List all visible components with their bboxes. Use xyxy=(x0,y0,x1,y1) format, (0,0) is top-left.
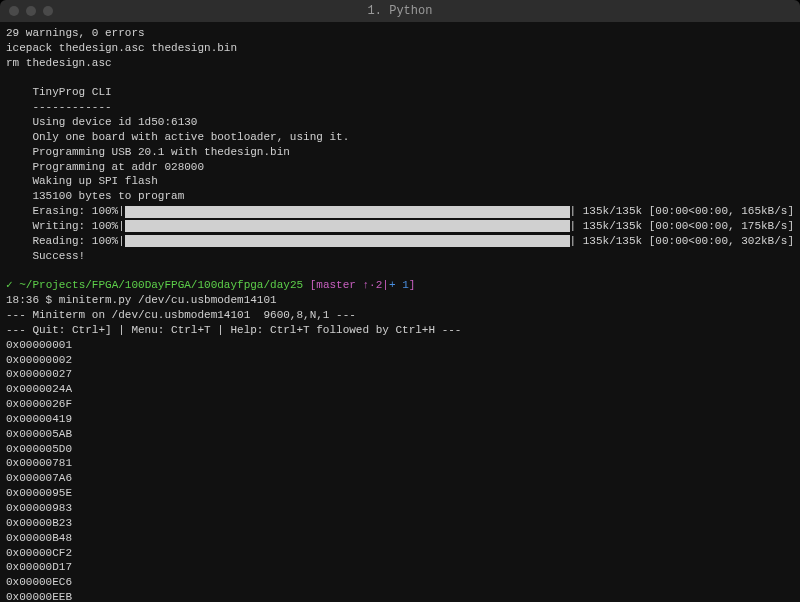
tinyprog-success: Success! xyxy=(6,249,794,264)
output-line: 0x00000419 xyxy=(6,412,794,427)
prompt-dollar: $ xyxy=(46,294,59,306)
titlebar: 1. Python xyxy=(0,0,800,22)
progress-label: Writing: 100%| xyxy=(6,219,125,234)
output-line: 0x00000EEB xyxy=(6,590,794,602)
output-line: 0x0000024A xyxy=(6,382,794,397)
output-line: 0x00000983 xyxy=(6,501,794,516)
progress-label: Reading: 100%| xyxy=(6,234,125,249)
output-line: 0x0000026F xyxy=(6,397,794,412)
progress-reading: Reading: 100%|| 135k/135k [00:00<00:00, … xyxy=(6,234,794,249)
output-line: 0x000005AB xyxy=(6,427,794,442)
git-branch: master xyxy=(316,279,362,291)
terminal-output[interactable]: 29 warnings, 0 errors icepack thedesign.… xyxy=(0,22,800,602)
progress-writing: Writing: 100%|| 135k/135k [00:00<00:00, … xyxy=(6,219,794,234)
progress-bar xyxy=(125,220,570,232)
progress-stats: 135k/135k [00:00<00:00, 165kB/s] xyxy=(576,204,794,219)
output-line: 0x00000002 xyxy=(6,353,794,368)
progress-label: Erasing: 100%| xyxy=(6,204,125,219)
close-window-icon[interactable] xyxy=(9,6,19,16)
prompt-line-2: 18:36 $ miniterm.py /dev/cu.usbmodem1410… xyxy=(6,293,794,308)
output-line: 0x00000001 xyxy=(6,338,794,353)
output-line: 0x00000CF2 xyxy=(6,546,794,561)
blank-line xyxy=(6,71,794,86)
progress-erasing: Erasing: 100%|| 135k/135k [00:00<00:00, … xyxy=(6,204,794,219)
prompt-check-icon: ✓ xyxy=(6,279,19,291)
progress-stats: 135k/135k [00:00<00:00, 302kB/s] xyxy=(576,234,794,249)
output-line: 0x000007A6 xyxy=(6,471,794,486)
prompt-command: miniterm.py /dev/cu.usbmodem14101 xyxy=(59,294,277,306)
tinyprog-device: Using device id 1d50:6130 xyxy=(6,115,794,130)
miniterm-help: --- Quit: Ctrl+] | Menu: Ctrl+T | Help: … xyxy=(6,323,794,338)
prompt-path: ~/Projects/FPGA/100DayFPGA/100dayfpga/da… xyxy=(19,279,309,291)
blank-line xyxy=(6,264,794,279)
output-line: 0x00000B23 xyxy=(6,516,794,531)
output-line: 0x00000781 xyxy=(6,456,794,471)
prompt-line-1: ✓ ~/Projects/FPGA/100DayFPGA/100dayfpga/… xyxy=(6,278,794,293)
progress-bar xyxy=(125,235,570,247)
tinyprog-dashes: ------------ xyxy=(6,100,794,115)
output-line: 0x00000D17 xyxy=(6,560,794,575)
zoom-window-icon[interactable] xyxy=(43,6,53,16)
tinyprog-waking: Waking up SPI flash xyxy=(6,174,794,189)
minimize-window-icon[interactable] xyxy=(26,6,36,16)
git-added: + 1 xyxy=(389,279,409,291)
prompt-time: 18:36 xyxy=(6,294,46,306)
tinyprog-board: Only one board with active bootloader, u… xyxy=(6,130,794,145)
tinyprog-addr: Programming at addr 028000 xyxy=(6,160,794,175)
build-warnings-line: 29 warnings, 0 errors xyxy=(6,26,794,41)
traffic-lights[interactable] xyxy=(9,6,53,16)
output-line: 0x00000027 xyxy=(6,367,794,382)
output-line: 0x0000095E xyxy=(6,486,794,501)
progress-stats: 135k/135k [00:00<00:00, 175kB/s] xyxy=(576,219,794,234)
tinyprog-bytes: 135100 bytes to program xyxy=(6,189,794,204)
window-title: 1. Python xyxy=(0,4,800,18)
miniterm-on: --- Miniterm on /dev/cu.usbmodem14101 96… xyxy=(6,308,794,323)
output-line: 0x00000B48 xyxy=(6,531,794,546)
rm-line: rm thedesign.asc xyxy=(6,56,794,71)
icepack-line: icepack thedesign.asc thedesign.bin xyxy=(6,41,794,56)
progress-bar xyxy=(125,206,570,218)
tinyprog-title: TinyProg CLI xyxy=(6,85,794,100)
git-ahead: ↑·2 xyxy=(363,279,383,291)
tinyprog-programming: Programming USB 20.1 with thedesign.bin xyxy=(6,145,794,160)
output-line: 0x000005D0 xyxy=(6,442,794,457)
output-line: 0x00000EC6 xyxy=(6,575,794,590)
